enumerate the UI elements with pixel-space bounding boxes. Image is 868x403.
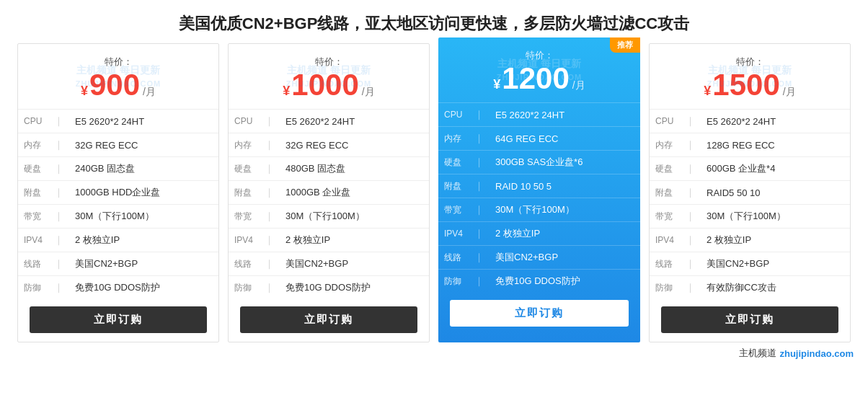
plan-card-1: 主机频道 每日更新ZHUJIPINDAO.COM特价：¥900/月CPU｜E5 … — [17, 43, 219, 342]
spec-divider: ｜ — [680, 181, 701, 205]
spec-row: 内存｜64G REG ECC — [438, 127, 640, 151]
spec-row: 内存｜32G REG ECC — [18, 133, 218, 157]
price-label-2: 特价： — [236, 56, 422, 68]
spec-divider: ｜ — [680, 205, 701, 229]
plans-container: 主机频道 每日更新ZHUJIPINDAO.COM特价：¥900/月CPU｜E5 … — [0, 43, 868, 342]
spec-value: 2 枚独立IP — [280, 229, 429, 252]
spec-key: CPU — [18, 110, 48, 133]
specs-table-3: CPU｜E5 2620*2 24HT内存｜64G REG ECC硬盘｜300GB… — [438, 102, 640, 293]
plan-footer-4: 立即订购 — [650, 299, 850, 342]
spec-row: CPU｜E5 2620*2 24HT — [18, 110, 218, 133]
spec-value: 美国CN2+BGP — [69, 252, 218, 276]
spec-value: RAID 10 50 5 — [490, 174, 640, 198]
spec-value: E5 2620*2 24HT — [69, 110, 218, 133]
spec-value: 美国CN2+BGP — [490, 246, 640, 270]
spec-row: 硬盘｜300GB SAS企业盘*6 — [438, 151, 640, 174]
spec-key: CPU — [229, 110, 259, 133]
spec-value: RAID5 50 10 — [701, 181, 850, 205]
price-unit-1: /月 — [143, 86, 156, 99]
spec-divider: ｜ — [48, 276, 69, 300]
spec-row: IPV4｜2 枚独立IP — [18, 229, 218, 252]
buy-button-3[interactable]: 立即订购 — [450, 300, 629, 327]
spec-value: 32G REG ECC — [280, 133, 429, 157]
header-title: 美国优质CN2+BGP线路，亚太地区访问更快速，多层防火墙过滤CC攻击 — [0, 0, 868, 43]
spec-divider: ｜ — [469, 198, 490, 222]
spec-key: 防御 — [650, 276, 680, 300]
spec-value: 免费10G DDOS防护 — [490, 270, 640, 293]
specs-table-1: CPU｜E5 2620*2 24HT内存｜32G REG ECC硬盘｜240GB… — [18, 109, 218, 299]
spec-divider: ｜ — [259, 276, 280, 300]
spec-row: 线路｜美国CN2+BGP — [650, 252, 850, 276]
spec-divider: ｜ — [259, 205, 280, 229]
spec-key: IPV4 — [18, 229, 48, 252]
spec-value: E5 2620*2 24HT — [701, 110, 850, 133]
spec-key: 内存 — [18, 133, 48, 157]
spec-key: 内存 — [438, 127, 469, 151]
spec-key: 线路 — [438, 246, 469, 270]
spec-divider: ｜ — [469, 127, 490, 151]
spec-key: IPV4 — [650, 229, 680, 252]
spec-value: 30M（下行100M） — [701, 205, 850, 229]
spec-value: 1000GB HDD企业盘 — [69, 181, 218, 205]
price-value-2: ¥1000/月 — [283, 70, 374, 100]
spec-divider: ｜ — [259, 110, 280, 133]
price-label-1: 特价： — [25, 56, 211, 68]
spec-row: 防御｜免费10G DDOS防护 — [229, 276, 429, 300]
spec-key: 线路 — [650, 252, 680, 276]
spec-value: 有效防御CC攻击 — [701, 276, 850, 300]
spec-key: IPV4 — [229, 229, 259, 252]
price-section-1: 主机频道 每日更新ZHUJIPINDAO.COM特价：¥900/月 — [18, 44, 218, 109]
spec-row: 带宽｜30M（下行100M） — [650, 205, 850, 229]
spec-divider: ｜ — [259, 181, 280, 205]
buy-button-1[interactable]: 立即订购 — [30, 306, 207, 333]
price-number-3: 1200 — [502, 63, 569, 94]
spec-divider: ｜ — [469, 270, 490, 293]
spec-value: 免费10G DDOS防护 — [69, 276, 218, 300]
spec-key: 线路 — [229, 252, 259, 276]
spec-value: 2 枚独立IP — [490, 222, 640, 246]
spec-divider: ｜ — [48, 157, 69, 181]
spec-value: 480GB 固态盘 — [280, 157, 429, 181]
spec-divider: ｜ — [48, 181, 69, 205]
spec-key: 硬盘 — [650, 157, 680, 181]
spec-key: 硬盘 — [438, 151, 469, 174]
spec-row: IPV4｜2 枚独立IP — [229, 229, 429, 252]
spec-row: CPU｜E5 2620*2 24HT — [229, 110, 429, 133]
spec-divider: ｜ — [48, 110, 69, 133]
plan-card-4: 主机频道 每日更新ZHUJIPINDAO.COM特价：¥1500/月CPU｜E5… — [649, 43, 851, 342]
spec-key: 带宽 — [18, 205, 48, 229]
price-number-4: 1500 — [712, 70, 779, 100]
price-currency-2: ¥ — [283, 84, 290, 99]
price-currency-1: ¥ — [81, 84, 88, 99]
spec-row: 防御｜免费10G DDOS防护 — [18, 276, 218, 300]
spec-divider: ｜ — [469, 246, 490, 270]
price-section-2: 主机频道 每日更新ZHUJIPINDAO.COM特价：¥1000/月 — [229, 44, 429, 109]
spec-key: 线路 — [18, 252, 48, 276]
price-value-3: ¥1200/月 — [493, 63, 585, 94]
spec-row: 防御｜免费10G DDOS防护 — [438, 270, 640, 293]
spec-row: 带宽｜30M（下行100M） — [18, 205, 218, 229]
buy-button-2[interactable]: 立即订购 — [240, 306, 417, 333]
footer-brand: 主机频道 — [739, 347, 776, 360]
spec-key: 附盘 — [229, 181, 259, 205]
spec-value: 64G REG ECC — [490, 127, 640, 151]
spec-value: 128G REG ECC — [701, 133, 850, 157]
buy-button-4[interactable]: 立即订购 — [661, 306, 838, 333]
spec-key: 带宽 — [438, 198, 469, 222]
spec-key: 内存 — [650, 133, 680, 157]
price-value-4: ¥1500/月 — [704, 70, 795, 100]
spec-value: 32G REG ECC — [69, 133, 218, 157]
spec-row: 防御｜有效防御CC攻击 — [650, 276, 850, 300]
spec-divider: ｜ — [48, 252, 69, 276]
spec-key: 附盘 — [438, 174, 469, 198]
spec-value: E5 2620*2 24HT — [280, 110, 429, 133]
spec-row: IPV4｜2 枚独立IP — [650, 229, 850, 252]
spec-row: 带宽｜30M（下行100M） — [229, 205, 429, 229]
spec-key: 附盘 — [18, 181, 48, 205]
spec-value: 300GB SAS企业盘*6 — [490, 151, 640, 174]
spec-divider: ｜ — [469, 222, 490, 246]
spec-divider: ｜ — [680, 110, 701, 133]
price-unit-4: /月 — [783, 86, 796, 99]
price-currency-3: ¥ — [493, 77, 500, 92]
spec-value: 30M（下行100M） — [69, 205, 218, 229]
